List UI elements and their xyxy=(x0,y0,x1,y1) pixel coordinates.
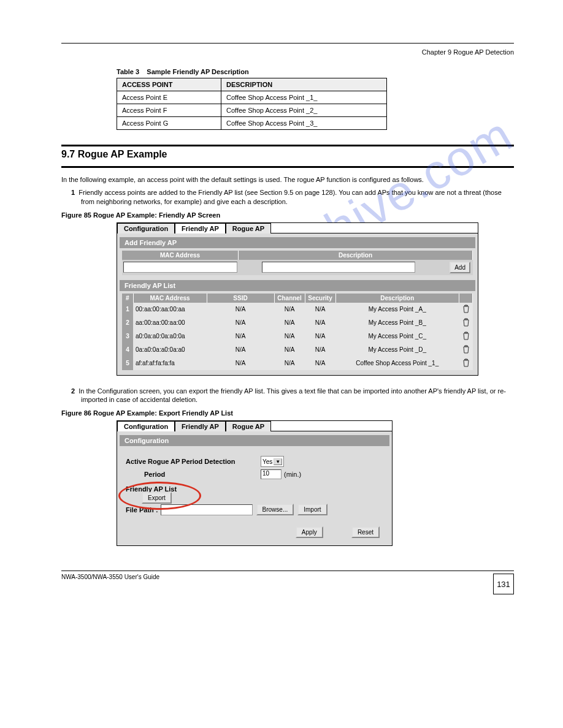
import-button[interactable]: Import xyxy=(297,504,327,515)
add-button[interactable]: Add xyxy=(450,262,470,273)
row-index: 3 xyxy=(122,330,133,343)
add-friendly-row: MAC Address Description Add xyxy=(122,251,473,275)
th-description: DESCRIPTION xyxy=(221,78,387,91)
header-rule xyxy=(61,43,514,44)
section-heading: 9.7 Rogue AP Example xyxy=(61,149,514,160)
tabs: Configuration Friendly AP Rogue AP xyxy=(117,223,478,233)
table-row: 3 a0:0a:a0:0a:a0:0a N/A N/A N/A My Acces… xyxy=(122,330,473,343)
row-index: 1 xyxy=(122,303,133,316)
table-row: Access Point ECoffee Shop Access Point _… xyxy=(117,91,387,104)
tab-configuration[interactable]: Configuration xyxy=(117,421,175,431)
add-header-mac: MAC Address xyxy=(122,251,239,260)
row-mac: 00:aa:00:aa:00:aa xyxy=(133,303,207,316)
trash-icon[interactable] xyxy=(462,318,470,327)
chapter-header: Chapter 9 Rogue AP Detection xyxy=(61,48,514,56)
tab-fill xyxy=(271,421,392,431)
friendly-ap-screenshot: Configuration Friendly AP Rogue AP Add F… xyxy=(117,222,478,376)
period-unit: (min.) xyxy=(284,471,301,478)
th-mac: MAC Address xyxy=(133,294,207,303)
period-label: Period xyxy=(126,471,261,478)
row-description: Coffee Shop Access Point _1_ xyxy=(335,357,459,370)
active-rogue-label: Active Rogue AP Period Detection xyxy=(126,458,261,465)
export-button[interactable]: Export xyxy=(142,492,172,504)
step-2: 2 In the Configuration screen, you can e… xyxy=(71,387,514,405)
trash-icon[interactable] xyxy=(462,345,470,354)
step-2-text: In the Configuration screen, you can exp… xyxy=(79,387,506,404)
cell-ap: Access Point G xyxy=(117,117,221,130)
step-1: 1 Friendly access points are added to th… xyxy=(71,188,514,207)
trash-icon[interactable] xyxy=(462,358,470,367)
row-index: 4 xyxy=(122,343,133,357)
tab-rogue-ap[interactable]: Rogue AP xyxy=(226,421,271,431)
tab-rogue-ap[interactable]: Rogue AP xyxy=(226,223,271,233)
period-input[interactable]: 10 xyxy=(261,469,282,479)
step-2-num: 2 xyxy=(71,387,75,395)
step-1-num: 1 xyxy=(71,189,75,196)
row-security: N/A xyxy=(305,357,335,370)
apply-button[interactable]: Apply xyxy=(296,526,323,538)
table-row: 5 af:af:af:fa:fa:fa N/A N/A N/A Coffee S… xyxy=(122,357,473,370)
row-description: My Access Point _B_ xyxy=(335,316,459,330)
intro-text: In the following example, an access poin… xyxy=(61,175,514,184)
table-caption: Table 3 Sample Friendly AP Description xyxy=(117,68,514,75)
th-index: # xyxy=(122,294,133,303)
cell-desc: Coffee Shop Access Point _2_ xyxy=(221,104,387,117)
cell-desc: Coffee Shop Access Point _1_ xyxy=(221,91,387,104)
row-mac: a0:0a:a0:0a:a0:0a xyxy=(133,330,207,343)
row-index: 5 xyxy=(122,357,133,370)
description-input[interactable] xyxy=(262,262,415,273)
table-row: 4 0a:a0:0a:a0:0a:a0 N/A N/A N/A My Acces… xyxy=(122,343,473,357)
row-description: My Access Point _D_ xyxy=(335,343,459,357)
row-channel: N/A xyxy=(274,330,305,343)
trash-icon[interactable] xyxy=(462,332,470,340)
configuration-section: Configuration xyxy=(120,435,389,446)
tab-friendly-ap[interactable]: Friendly AP xyxy=(175,421,226,431)
table-caption-text: Sample Friendly AP Description xyxy=(147,68,248,75)
row-ssid: N/A xyxy=(207,357,274,370)
row-mac: 0a:a0:0a:a0:0a:a0 xyxy=(133,343,207,357)
add-header-desc: Description xyxy=(239,251,473,260)
tab-configuration[interactable]: Configuration xyxy=(117,223,175,233)
cell-desc: Coffee Shop Access Point _3_ xyxy=(221,117,387,130)
cell-ap: Access Point F xyxy=(117,104,221,117)
step-1-text: Friendly access points are added to the … xyxy=(79,189,502,205)
reset-button[interactable]: Reset xyxy=(351,526,380,538)
table-row: 2 aa:00:aa:00:aa:00 N/A N/A N/A My Acces… xyxy=(122,316,473,330)
row-security: N/A xyxy=(305,303,335,316)
active-rogue-select[interactable]: Yes ▼ xyxy=(261,456,284,467)
tab-fill xyxy=(271,223,478,233)
mac-address-input[interactable] xyxy=(123,262,237,273)
section-rule-bottom xyxy=(61,166,514,168)
table-row: 1 00:aa:00:aa:00:aa N/A N/A N/A My Acces… xyxy=(122,303,473,316)
row-description: My Access Point _C_ xyxy=(335,330,459,343)
manual-title: NWA-3500/NWA-3550 User's Guide xyxy=(61,574,159,580)
cell-ap: Access Point E xyxy=(117,91,221,104)
table-row: Access Point FCoffee Shop Access Point _… xyxy=(117,104,387,117)
th-access-point: ACCESS POINT xyxy=(117,78,221,91)
row-ssid: N/A xyxy=(207,330,274,343)
tabs: Configuration Friendly AP Rogue AP xyxy=(117,421,392,431)
table-row: Access Point GCoffee Shop Access Point _… xyxy=(117,117,387,130)
section-rule-top xyxy=(61,145,514,146)
row-channel: N/A xyxy=(274,303,305,316)
row-channel: N/A xyxy=(274,343,305,357)
row-ssid: N/A xyxy=(207,303,274,316)
row-channel: N/A xyxy=(274,357,305,370)
friendly-ap-list-table: # MAC Address SSID Channel Security Desc… xyxy=(122,294,473,370)
tab-friendly-ap[interactable]: Friendly AP xyxy=(175,223,226,233)
add-friendly-ap-section: Add Friendly AP xyxy=(120,237,475,248)
browse-button[interactable]: Browse... xyxy=(256,504,294,515)
row-security: N/A xyxy=(305,330,335,343)
th-description: Description xyxy=(335,294,459,303)
row-channel: N/A xyxy=(274,316,305,330)
th-channel: Channel xyxy=(274,294,305,303)
row-security: N/A xyxy=(305,316,335,330)
chevron-down-icon: ▼ xyxy=(274,458,282,465)
file-path-input[interactable] xyxy=(161,504,253,515)
row-mac: af:af:af:fa:fa:fa xyxy=(133,357,207,370)
trash-icon[interactable] xyxy=(462,305,470,313)
row-mac: aa:00:aa:00:aa:00 xyxy=(133,316,207,330)
th-delete xyxy=(459,294,473,303)
friendly-description-table: ACCESS POINT DESCRIPTION Access Point EC… xyxy=(117,78,387,130)
figure-85-caption: Figure 85 Rogue AP Example: Friendly AP … xyxy=(61,211,514,219)
